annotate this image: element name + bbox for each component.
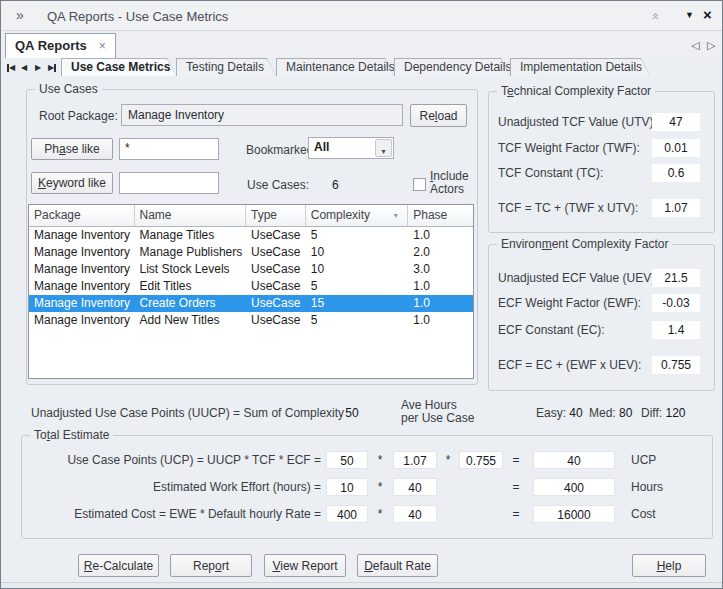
- root-package-field[interactable]: Manage Inventory: [121, 104, 403, 126]
- use-cases-count-value: 6: [332, 178, 339, 192]
- page-tab-implementation-details[interactable]: Implementation Details: [510, 58, 650, 76]
- table-cell: Manage Inventory: [29, 244, 135, 261]
- scroll-tabs-right-icon[interactable]: ▷: [707, 39, 715, 52]
- table-cell: UseCase: [246, 261, 306, 278]
- prev-tab-button[interactable]: ◀: [21, 62, 27, 74]
- difficulty-diff: Diff: 120: [641, 406, 686, 420]
- cost-formula-label: Estimated Cost = EWE * Default hourly Ra…: [31, 505, 321, 523]
- table-row[interactable]: Manage InventoryList Stock LevelsUseCase…: [29, 261, 473, 278]
- table-row[interactable]: Manage InventoryManage PublishersUseCase…: [29, 244, 473, 261]
- default-rate-button[interactable]: Default Rate: [357, 554, 438, 577]
- cost-unit: Cost: [631, 505, 656, 523]
- table-cell: 15: [306, 295, 409, 312]
- table-cell: Manage Inventory: [29, 312, 135, 329]
- phase-input[interactable]: *: [119, 138, 219, 160]
- scroll-tabs-left-icon[interactable]: ◁: [691, 39, 699, 52]
- cost-ewe-field: 400: [326, 505, 368, 523]
- tc-field[interactable]: 0.6: [652, 164, 700, 182]
- table-cell: 2.0: [408, 244, 473, 261]
- next-tab-button[interactable]: ▶: [35, 62, 41, 74]
- table-row[interactable]: Manage InventoryAdd New TitlesUseCase51.…: [29, 312, 473, 329]
- report-button[interactable]: Report: [170, 554, 252, 577]
- ewf-label: ECF Weight Factor (EWF):: [498, 294, 641, 312]
- keyword-input[interactable]: [119, 172, 219, 194]
- page-tab-label: Dependency Details: [404, 60, 511, 74]
- overflow-chevrons-icon[interactable]: »: [16, 7, 24, 23]
- page-tab-use-case-metrics[interactable]: Use Case Metrics: [61, 58, 176, 76]
- vcr-next-icon: ▶: [35, 63, 41, 73]
- cost-result-field: 16000: [533, 505, 615, 523]
- reload-button[interactable]: Reload: [410, 104, 467, 127]
- uucp-value: 50: [337, 406, 367, 420]
- table-cell: Manage Inventory: [29, 278, 135, 295]
- table-cell: 5: [306, 227, 409, 244]
- ewf-field[interactable]: -0.03: [652, 294, 700, 312]
- ewe-rate-field: 10: [326, 478, 368, 496]
- chevron-down-icon: ▼: [380, 148, 387, 155]
- page-tab-testing-details[interactable]: Testing Details: [176, 58, 276, 76]
- table-cell: 3.0: [408, 261, 473, 278]
- tcf-result-field: 1.07: [652, 199, 700, 217]
- recalculate-button[interactable]: Re-Calculate: [78, 554, 159, 577]
- bookmarked-dropdown-button[interactable]: ▼: [375, 139, 392, 157]
- ucp-equals: =: [509, 451, 523, 469]
- close-window-icon[interactable]: ×: [703, 6, 712, 23]
- table-cell: Manage Inventory: [29, 227, 135, 244]
- table-cell: 5: [306, 278, 409, 295]
- tcf-result-label: TCF = TC + (TWF x UTV):: [498, 199, 638, 217]
- include-actors-checkbox[interactable]: [413, 178, 426, 191]
- table-cell: UseCase: [246, 312, 306, 329]
- total-estimate-group-title: Total Estimate: [30, 428, 113, 442]
- bookmarked-combo[interactable]: All ▼: [308, 137, 394, 159]
- keyword-like-button[interactable]: Keyword like: [31, 172, 113, 194]
- utv-label: Unadjusted TCF Value (UTV):: [498, 113, 657, 131]
- first-tab-button[interactable]: ◀: [7, 62, 15, 74]
- help-button[interactable]: Help: [632, 554, 706, 577]
- table-row[interactable]: Manage InventoryManage TitlesUseCase51.0: [29, 227, 473, 244]
- column-header-type[interactable]: Type: [246, 205, 306, 226]
- table-cell: Manage Titles: [135, 227, 246, 244]
- page-tab-maintenance-details[interactable]: Maintenance Details: [276, 58, 394, 76]
- column-header-complexity[interactable]: Complexity▼: [306, 205, 409, 226]
- table-cell: Edit Titles: [135, 278, 246, 295]
- utv-field[interactable]: 47: [652, 113, 700, 131]
- table-cell: 10: [306, 244, 409, 261]
- page-tab-dependency-details[interactable]: Dependency Details: [394, 58, 510, 76]
- doc-tab-close-icon[interactable]: ×: [99, 39, 106, 53]
- uev-field[interactable]: 21.5: [652, 269, 700, 287]
- view-report-button[interactable]: View Report: [264, 554, 346, 577]
- table-row[interactable]: Manage InventoryCreate OrdersUseCase151.…: [29, 295, 473, 312]
- table-cell: Add New Titles: [135, 312, 246, 329]
- table-row[interactable]: Manage InventoryEdit TitlesUseCase51.0: [29, 278, 473, 295]
- vcr-first-icon: ◀: [9, 63, 15, 73]
- page-tab-label: Implementation Details: [520, 60, 642, 74]
- ewe-formula-label: Estimated Work Effort (hours) =: [31, 478, 321, 496]
- table-cell: 1.0: [408, 312, 473, 329]
- tcf-group-title: Technical Complexity Factor: [497, 84, 655, 98]
- ecf-group-title: Environment Complexity Factor: [497, 237, 672, 251]
- table-cell: UseCase: [246, 295, 306, 312]
- ucp-uucp-field: 50: [326, 451, 368, 469]
- window-menu-icon[interactable]: ▼: [685, 10, 694, 20]
- vcr-prev-icon: ◀: [21, 63, 27, 73]
- table-cell: 1.0: [408, 278, 473, 295]
- twf-field[interactable]: 0.01: [652, 139, 700, 157]
- last-tab-button[interactable]: ▶: [48, 62, 56, 74]
- phase-like-button[interactable]: Phase like: [31, 138, 113, 160]
- cost-rate-field: 40: [393, 505, 437, 523]
- table-cell: Create Orders: [135, 295, 246, 312]
- tab-qa-reports[interactable]: QA Reports×: [5, 33, 116, 58]
- column-header-phase[interactable]: Phase: [408, 205, 473, 226]
- ecf-result-field: 0.755: [652, 356, 700, 374]
- page-tab-label: Use Case Metrics: [71, 60, 170, 74]
- bookmarked-label: Bookmarked:: [246, 143, 317, 157]
- auto-hide-icon[interactable]: »: [647, 13, 662, 20]
- ec-field[interactable]: 1.4: [652, 321, 700, 339]
- use-cases-group-title: Use Cases: [35, 82, 102, 96]
- column-header-package[interactable]: Package: [29, 205, 135, 226]
- ewe-result-field: 400: [533, 478, 615, 496]
- window-title: QA Reports - Use Case Metrics: [47, 9, 228, 24]
- column-header-name[interactable]: Name: [135, 205, 246, 226]
- table-header-row: PackageNameTypeComplexity▼Phase: [29, 205, 473, 227]
- ave-hours-label: Ave Hours per Use Case: [401, 399, 475, 425]
